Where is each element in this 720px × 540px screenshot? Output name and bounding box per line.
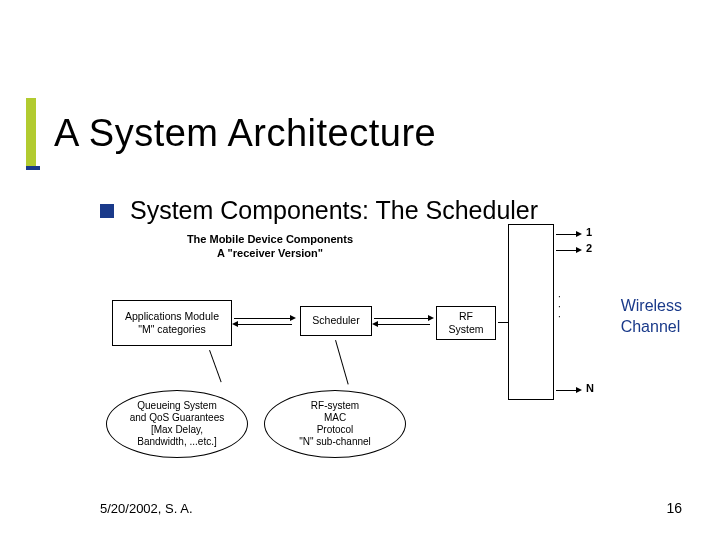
title-accent-bar xyxy=(26,98,36,168)
channel-num-1: 1 xyxy=(586,226,592,238)
title-wrap: A System Architecture xyxy=(26,98,436,168)
diagram: The Mobile Device Components A "receiver… xyxy=(100,232,660,472)
callout1-l4: Bandwidth, ...etc.] xyxy=(137,436,217,447)
callout-rf-mac: RF-system MAC Protocol "N" sub-channel xyxy=(264,390,406,458)
ant-arrow-2 xyxy=(576,247,582,253)
apps-box-l1: Applications Module xyxy=(117,310,227,323)
callout2-l3: Protocol xyxy=(317,424,354,435)
wireless-l2: Channel xyxy=(621,318,681,335)
ant-line-1 xyxy=(556,234,578,235)
applications-module-box: Applications Module "M" categories xyxy=(112,300,232,346)
callout-queueing: Queueing System and QoS Guarantees [Max … xyxy=(106,390,248,458)
channel-dots: ··· xyxy=(558,292,561,322)
diagram-header-l1: The Mobile Device Components xyxy=(187,233,353,245)
scheduler-label: Scheduler xyxy=(305,314,367,327)
apps-box-l2: "M" categories xyxy=(117,323,227,336)
arrowhead-right-b xyxy=(428,315,434,321)
channel-num-n: N xyxy=(586,382,594,394)
wireless-channel-label: Wireless Channel xyxy=(621,296,682,338)
antenna-block xyxy=(508,224,554,400)
diagram-header-l2: A "receiver Version" xyxy=(217,247,323,259)
callout2-l1: RF-system xyxy=(311,400,359,411)
slide-subtitle: System Components: The Scheduler xyxy=(130,196,538,225)
title-underline xyxy=(26,166,40,170)
ant-arrow-1 xyxy=(576,231,582,237)
scheduler-box: Scheduler xyxy=(300,306,372,336)
footer-date: 5/20/2002, S. A. xyxy=(100,501,193,516)
slide: A System Architecture System Components:… xyxy=(0,0,720,540)
ant-line-n xyxy=(556,390,578,391)
bullet-square-icon xyxy=(100,204,114,218)
subtitle-row: System Components: The Scheduler xyxy=(100,196,538,225)
rf-box-l1: RF xyxy=(441,310,491,323)
callout2-l2: MAC xyxy=(324,412,346,423)
page-number: 16 xyxy=(666,500,682,516)
callout1-leader xyxy=(209,350,222,382)
diagram-header: The Mobile Device Components A "receiver… xyxy=(170,232,370,261)
connector-b xyxy=(374,318,430,319)
arrowhead-right-a xyxy=(290,315,296,321)
wireless-l1: Wireless xyxy=(621,297,682,314)
connector-b2 xyxy=(374,324,430,325)
rf-box-l2: System xyxy=(441,323,491,336)
connector-a2 xyxy=(234,324,292,325)
callout1-l1: Queueing System xyxy=(137,400,217,411)
slide-title: A System Architecture xyxy=(54,112,436,155)
callout1-l3: [Max Delay, xyxy=(151,424,203,435)
connector-c xyxy=(498,322,508,323)
connector-a xyxy=(234,318,292,319)
channel-num-2: 2 xyxy=(586,242,592,254)
callout2-leader xyxy=(335,340,349,384)
ant-line-2 xyxy=(556,250,578,251)
callout1-l2: and QoS Guarantees xyxy=(130,412,225,423)
callout2-l4: "N" sub-channel xyxy=(299,436,371,447)
rf-system-box: RF System xyxy=(436,306,496,340)
ant-arrow-n xyxy=(576,387,582,393)
